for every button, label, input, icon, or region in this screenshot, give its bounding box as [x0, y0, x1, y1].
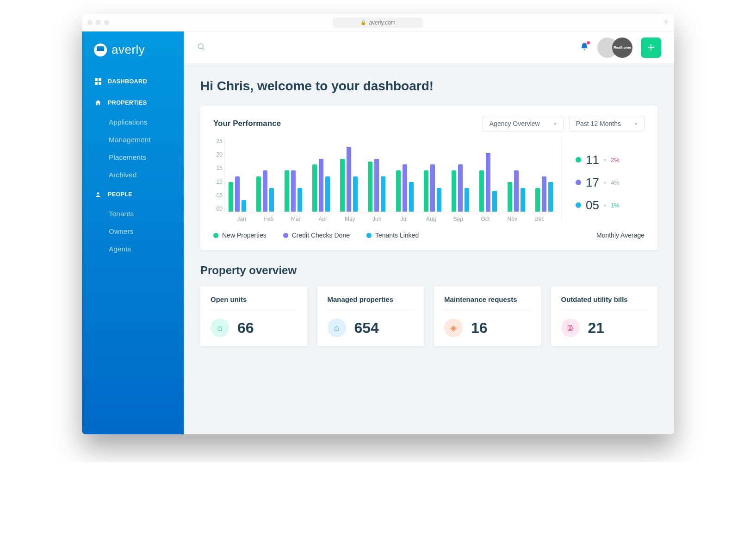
performance-title: Your Performance — [213, 119, 477, 128]
bar — [242, 200, 246, 212]
month-group — [312, 138, 330, 212]
bar — [409, 182, 414, 212]
x-tick: Apr — [310, 216, 337, 222]
bar — [235, 176, 240, 212]
month-group — [368, 138, 385, 212]
bar — [542, 176, 546, 212]
address-bar[interactable]: 🔒 averly.com — [333, 18, 423, 28]
nav-archived[interactable]: Archived — [82, 166, 184, 184]
nav-dashboard[interactable]: DASHBOARD — [82, 71, 184, 92]
x-tick: May — [336, 216, 364, 222]
bar — [229, 182, 233, 212]
bar — [548, 182, 553, 212]
bar — [465, 188, 469, 212]
bars-area — [224, 138, 557, 212]
home-icon — [94, 99, 102, 107]
bar — [256, 176, 261, 212]
legend-label: New Properties — [222, 232, 266, 239]
stat-icon: ⌂ — [211, 319, 229, 337]
chart-legend: New PropertiesCredit Checks DoneTenants … — [213, 232, 644, 239]
month-group — [424, 138, 441, 212]
stat-label: Managed properties — [328, 295, 414, 310]
caret-down-icon: ▾ — [604, 180, 606, 185]
search-icon[interactable] — [197, 42, 206, 53]
bar — [347, 147, 351, 212]
bar — [492, 191, 497, 212]
nav-dashboard-label: DASHBOARD — [108, 78, 147, 85]
add-button[interactable]: + — [641, 38, 661, 58]
month-group — [396, 138, 414, 212]
bar — [297, 188, 302, 212]
stat-card[interactable]: Open units⌂66 — [200, 286, 307, 346]
bar — [521, 188, 525, 212]
scope-select-label: Agency Overview — [490, 120, 540, 127]
month-group — [508, 138, 525, 212]
x-axis: JanFebMarAprMayJunJulAugSepOctNovDec — [213, 212, 557, 222]
stat-card[interactable]: Managed properties⌂654 — [317, 286, 424, 346]
brand-name: averly — [112, 43, 145, 57]
brand[interactable]: averly — [82, 43, 184, 71]
bell-icon[interactable] — [580, 42, 589, 53]
minimize-dot[interactable] — [96, 20, 101, 25]
stat-card[interactable]: Maintenance requests◈16 — [434, 286, 541, 346]
caret-down-icon: ▾ — [604, 157, 606, 163]
month-group — [285, 138, 302, 212]
svg-point-5 — [198, 44, 203, 49]
agency-avatar: Realhome — [612, 38, 632, 58]
bar — [424, 170, 428, 212]
stat-card[interactable]: Outdated utility bills🗎21 — [551, 286, 658, 346]
legend-dot-icon — [283, 233, 288, 238]
svg-point-4 — [97, 192, 99, 194]
grid-icon — [94, 77, 102, 86]
y-tick: 20 — [213, 151, 223, 158]
bar — [319, 159, 323, 212]
brand-logo-icon — [94, 44, 107, 56]
bar — [535, 188, 540, 212]
traffic-lights — [87, 20, 109, 25]
x-tick: Jun — [364, 216, 391, 222]
bar — [269, 188, 274, 212]
kpi-dot-icon — [576, 202, 581, 208]
chevron-down-icon: ▾ — [635, 121, 638, 127]
nav-applications[interactable]: Applications — [82, 113, 184, 131]
month-group — [452, 138, 469, 212]
nav-owners[interactable]: Owners — [82, 223, 184, 240]
svg-rect-3 — [99, 82, 101, 85]
range-select[interactable]: Past 12 Months ▾ — [569, 116, 644, 131]
nav-management[interactable]: Management — [82, 131, 184, 149]
stat-icon: ⌂ — [328, 319, 346, 337]
maximize-dot[interactable] — [104, 20, 109, 25]
overview-grid: Open units⌂66Managed properties⌂654Maint… — [200, 286, 657, 346]
kpi-value: 11 — [586, 153, 599, 167]
nav-agents[interactable]: Agents — [82, 240, 184, 258]
nav-properties[interactable]: PROPERTIES — [82, 92, 184, 113]
scope-select[interactable]: Agency Overview ▾ — [483, 116, 564, 131]
month-group — [256, 138, 274, 212]
x-tick: Jul — [390, 216, 418, 222]
kpi-value: 17 — [586, 175, 599, 190]
bar — [368, 162, 372, 212]
stat-icon: 🗎 — [561, 319, 580, 337]
overview-heading: Property overview — [200, 264, 657, 277]
close-dot[interactable] — [87, 20, 93, 25]
nav-tenants[interactable]: Tenants — [82, 205, 184, 223]
y-tick: 15 — [213, 165, 223, 171]
x-tick: Dec — [526, 216, 553, 222]
monthly-average-label: Monthly Average — [596, 232, 644, 239]
bar — [452, 170, 456, 212]
bar — [486, 153, 490, 212]
svg-rect-1 — [99, 78, 101, 81]
kpi-row: 17▾4% — [576, 175, 644, 190]
month-group — [340, 138, 358, 212]
new-tab-button[interactable]: + — [663, 18, 669, 27]
bar — [381, 176, 385, 212]
kpi-panel: 11▾2%17▾4%05▾1% — [561, 138, 644, 222]
person-icon — [94, 190, 102, 199]
x-tick: Mar — [282, 216, 310, 222]
bar — [403, 164, 407, 212]
nav-people[interactable]: PEOPLE — [82, 184, 184, 205]
avatar-group[interactable]: Realhome — [597, 38, 632, 58]
kpi-change: 4% — [611, 179, 620, 186]
nav-placements[interactable]: Placements — [82, 149, 184, 166]
bar — [374, 159, 379, 212]
